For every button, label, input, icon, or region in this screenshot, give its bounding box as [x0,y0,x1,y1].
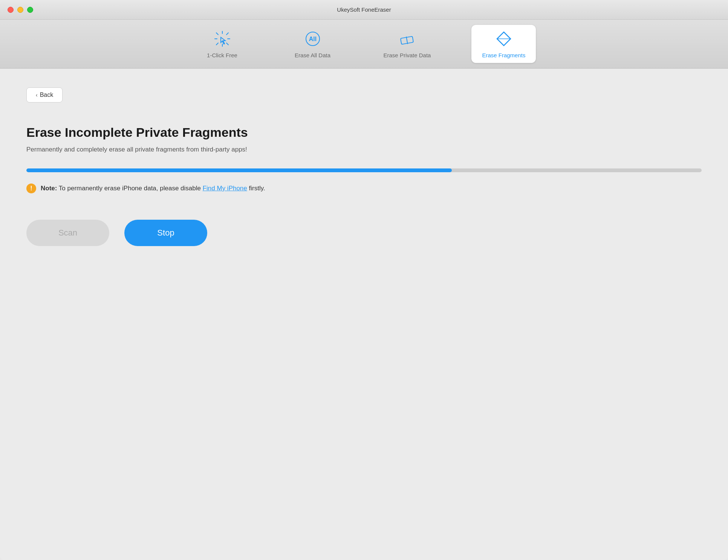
window-title: UkeySoft FoneEraser [337,6,391,13]
note-row: ! Note: To permanently erase iPhone data… [26,184,702,193]
tab-erase-private-data[interactable]: Erase Private Data [373,25,442,63]
traffic-lights [8,7,33,13]
tab-erase-fragments-label: Erase Fragments [482,52,525,58]
scan-button[interactable]: Scan [26,220,109,246]
erase-fragments-icon [494,29,513,48]
tab-erase-private-data-label: Erase Private Data [384,52,431,58]
tab-one-click-free[interactable]: 1-Click Free [192,25,252,63]
one-click-free-icon [213,29,232,48]
section-subtitle: Permanently and completely erase all pri… [26,146,702,153]
tab-erase-all-data-label: Erase All Data [295,52,330,58]
note-body: To permanently erase iPhone data, please… [57,185,202,192]
progress-bar-container [26,168,702,172]
back-button[interactable]: ‹ Back [26,87,63,103]
main-content: ‹ Back Erase Incomplete Private Fragment… [0,69,728,560]
svg-text:All: All [309,36,316,42]
svg-line-4 [216,33,218,35]
back-button-label: Back [40,92,54,98]
back-chevron-icon: ‹ [36,92,38,98]
svg-line-11 [407,37,408,44]
erase-private-data-icon [398,29,416,48]
svg-line-5 [226,43,228,45]
tab-one-click-free-label: 1-Click Free [207,52,237,58]
warning-icon: ! [26,184,36,193]
svg-line-7 [216,43,218,45]
close-button[interactable] [8,7,14,13]
maximize-button[interactable] [27,7,33,13]
section-title: Erase Incomplete Private Fragments [26,125,702,140]
svg-line-6 [226,33,228,35]
toolbar: 1-Click Free All Erase All Data Erase [0,20,728,69]
stop-button[interactable]: Stop [124,220,207,246]
progress-bar-fill [26,168,452,172]
tab-erase-all-data[interactable]: All Erase All Data [283,25,343,63]
note-prefix: Note: [41,185,57,192]
erase-all-data-icon: All [303,29,322,48]
minimize-button[interactable] [17,7,23,13]
app-window: UkeySoft FoneEraser [0,0,728,560]
note-text: Note: To permanently erase iPhone data, … [41,185,265,192]
tab-erase-fragments[interactable]: Erase Fragments [471,25,536,63]
find-my-iphone-link[interactable]: Find My iPhone [203,185,247,192]
buttons-row: Scan Stop [26,220,702,246]
titlebar: UkeySoft FoneEraser [0,0,728,20]
note-suffix: firstly. [247,185,265,192]
